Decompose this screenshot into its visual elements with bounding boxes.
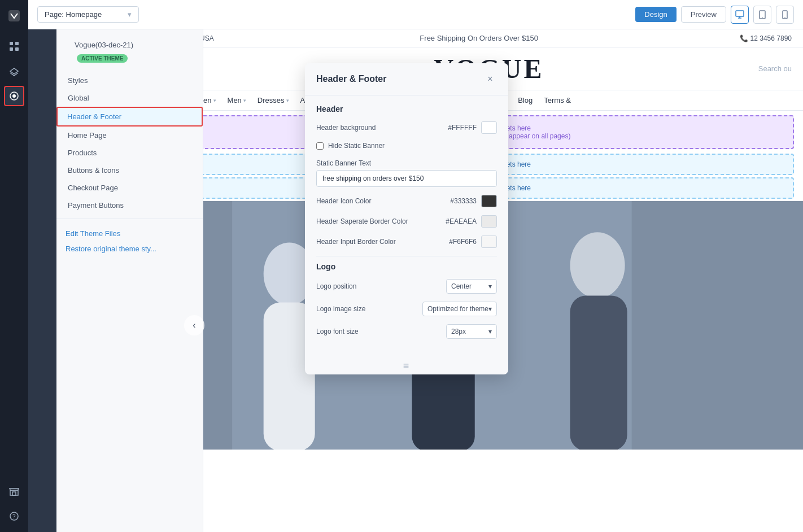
svg-point-14 bbox=[784, 17, 785, 18]
help-icon[interactable]: ? bbox=[4, 506, 24, 526]
modal-title: Header & Footer bbox=[316, 74, 386, 84]
restore-original-link[interactable]: Restore original theme sty... bbox=[66, 241, 194, 256]
banner-text-input[interactable] bbox=[316, 170, 497, 187]
header-bg-label: Header background bbox=[316, 124, 448, 132]
logo-position-row: Logo position Center ▾ bbox=[316, 279, 497, 294]
logo-image-size-value: Optimized for theme bbox=[427, 305, 488, 313]
hide-banner-label: Hide Static Banner bbox=[328, 142, 385, 150]
logo-image-size-label: Logo image size bbox=[316, 305, 422, 313]
nav-women-chevron: ▾ bbox=[213, 98, 216, 103]
logo-font-size-select[interactable]: 28px ▾ bbox=[446, 324, 497, 339]
phone-info: 📞 12 3456 7890 bbox=[740, 34, 792, 42]
svg-rect-3 bbox=[10, 47, 13, 51]
svg-rect-4 bbox=[15, 47, 19, 51]
svg-rect-0 bbox=[8, 10, 20, 21]
logo-position-value: Center bbox=[451, 282, 472, 290]
sidebar-item-products[interactable]: Products bbox=[56, 144, 203, 162]
sep-border-value: #EAEAEA bbox=[446, 217, 477, 225]
tablet-device-btn[interactable] bbox=[753, 6, 771, 24]
theme-icon[interactable] bbox=[4, 86, 24, 106]
desktop-device-btn[interactable] bbox=[731, 6, 749, 24]
nav-dresses-chevron: ▾ bbox=[286, 98, 289, 103]
icon-color-swatch[interactable] bbox=[481, 195, 497, 207]
modal-body: Header Header background #FFFFFF Hide St… bbox=[305, 95, 508, 356]
sidebar-item-buttons-icons[interactable]: Buttons & Icons bbox=[56, 162, 203, 179]
header-footer-modal: Header & Footer × Header Header backgrou… bbox=[305, 63, 508, 374]
nav-men-chevron: ▾ bbox=[243, 98, 246, 103]
main-content: USA Free Shipping On Orders Over $150 📞 … bbox=[175, 29, 803, 532]
nav-item-blog[interactable]: Blog bbox=[518, 96, 533, 104]
icon-sidebar: ? bbox=[0, 0, 28, 532]
drag-icon: ≡ bbox=[403, 360, 411, 372]
nav-item-men[interactable]: Men ▾ bbox=[228, 96, 246, 104]
logo-font-size-chevron: ▾ bbox=[488, 328, 492, 335]
sep-border-row: Header Saperate Border Color #EAEAEA bbox=[316, 215, 497, 228]
sidebar-item-checkout-page[interactable]: Checkout Page bbox=[56, 179, 203, 197]
logo-font-size-value: 28px bbox=[451, 328, 466, 335]
svg-point-12 bbox=[762, 17, 763, 18]
svg-rect-21 bbox=[570, 295, 627, 450]
sep-border-swatch[interactable] bbox=[481, 215, 497, 228]
storefront-search: Search ou bbox=[758, 64, 792, 73]
nav-dresses-label: Dresses bbox=[258, 96, 285, 104]
sidebar-item-styles[interactable]: Styles bbox=[56, 72, 203, 89]
banner-text-label-row: Static Banner Text bbox=[316, 158, 497, 168]
svg-rect-7 bbox=[12, 492, 16, 495]
sidebar-item-home-page[interactable]: Home Page bbox=[56, 127, 203, 144]
header-bg-swatch[interactable] bbox=[481, 121, 497, 134]
logo-image-size-select[interactable]: Optimized for theme ▾ bbox=[422, 302, 497, 316]
page-selector[interactable]: Page: Homepage ▾ bbox=[37, 6, 139, 23]
storefront-top-bar: USA Free Shipping On Orders Over $150 📞 … bbox=[175, 29, 803, 47]
icon-color-row: Header Icon Color #333333 bbox=[316, 195, 497, 207]
theme-name: Vogue(03-dec-21) bbox=[66, 34, 194, 51]
svg-text:?: ? bbox=[12, 513, 16, 520]
free-shipping-text: Free Shipping On Orders Over $150 bbox=[219, 34, 740, 42]
phone-number: 12 3456 7890 bbox=[750, 34, 792, 42]
page-selector-label: Page: Homepage bbox=[45, 10, 102, 19]
hide-banner-checkbox[interactable] bbox=[316, 142, 324, 150]
sep-border-label: Header Saperate Border Color bbox=[316, 217, 446, 225]
sidebar-item-global[interactable]: Global bbox=[56, 89, 203, 107]
page-selector-chevron: ▾ bbox=[128, 10, 132, 19]
theme-sidebar: Theme Styles Vogue(03-dec-21) ACTIVE THE… bbox=[56, 0, 203, 532]
top-bar-right: Design Preview bbox=[635, 6, 794, 24]
sidebar-bottom: Edit Theme Files Restore original theme … bbox=[56, 219, 203, 263]
mobile-device-btn[interactable] bbox=[776, 6, 794, 24]
layers-icon[interactable] bbox=[4, 61, 24, 81]
logo-image-size-row: Logo image size Optimized for theme ▾ bbox=[316, 302, 497, 316]
store-icon[interactable] bbox=[4, 481, 24, 502]
logo-icon bbox=[4, 6, 24, 26]
input-border-swatch[interactable] bbox=[481, 236, 497, 248]
hero-prev-button[interactable]: ‹ bbox=[184, 315, 204, 335]
phone-icon: 📞 bbox=[740, 34, 748, 42]
icon-color-value: #333333 bbox=[450, 197, 477, 205]
input-border-label: Header Input Border Color bbox=[316, 238, 449, 246]
modal-header: Header & Footer × bbox=[305, 63, 508, 95]
modal-drag-handle[interactable]: ≡ bbox=[305, 356, 508, 374]
design-button[interactable]: Design bbox=[635, 7, 676, 22]
nav-blog-label: Blog bbox=[518, 96, 533, 104]
modal-header-section-title: Header bbox=[316, 104, 497, 114]
sidebar-item-payment-buttons[interactable]: Payment Buttons bbox=[56, 197, 203, 214]
sidebar-item-header-footer[interactable]: Header & Footer bbox=[56, 107, 203, 127]
nav-men-label: Men bbox=[228, 96, 242, 104]
top-bar: Page: Homepage ▾ Design Preview bbox=[28, 0, 803, 29]
logo-font-size-row: Logo font size 28px ▾ bbox=[316, 324, 497, 339]
modal-close-button[interactable]: × bbox=[483, 72, 497, 86]
preview-button[interactable]: Preview bbox=[681, 6, 726, 23]
svg-rect-10 bbox=[736, 11, 744, 16]
edit-theme-files-link[interactable]: Edit Theme Files bbox=[66, 226, 194, 241]
banner-text-label: Static Banner Text bbox=[316, 159, 371, 167]
logo-position-select[interactable]: Center ▾ bbox=[446, 279, 497, 294]
svg-rect-22 bbox=[632, 201, 803, 450]
logo-position-label: Logo position bbox=[316, 282, 446, 290]
dashboard-icon[interactable] bbox=[4, 36, 24, 56]
logo-section-title: Logo bbox=[316, 256, 497, 271]
nav-section: Styles Global Header & Footer Home Page … bbox=[56, 67, 203, 219]
nav-item-terms[interactable]: Terms & bbox=[544, 96, 571, 104]
svg-rect-1 bbox=[10, 42, 13, 45]
nav-item-dresses[interactable]: Dresses ▾ bbox=[258, 96, 289, 104]
input-border-row: Header Input Border Color #F6F6F6 bbox=[316, 236, 497, 248]
hide-banner-row: Hide Static Banner bbox=[316, 142, 497, 150]
active-badge: ACTIVE THEME bbox=[77, 54, 128, 63]
